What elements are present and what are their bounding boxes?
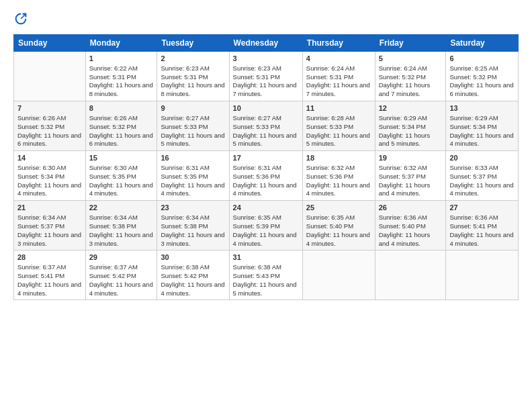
cell-info: Sunrise: 6:31 AMSunset: 5:35 PMDaylight:… [161,164,224,197]
weekday-header-friday: Friday [375,35,446,52]
day-number: 21 [17,203,82,213]
calendar-cell [302,250,375,300]
calendar-cell: 23Sunrise: 6:34 AMSunset: 5:38 PMDayligh… [157,201,229,250]
calendar-cell: 20Sunrise: 6:33 AMSunset: 5:37 PMDayligh… [446,151,519,201]
cell-info: Sunrise: 6:26 AMSunset: 5:32 PMDaylight:… [89,114,153,147]
calendar-cell [14,52,86,101]
calendar-cell: 27Sunrise: 6:36 AMSunset: 5:41 PMDayligh… [446,201,519,250]
weekday-header-thursday: Thursday [302,35,375,52]
calendar-cell: 16Sunrise: 6:31 AMSunset: 5:35 PMDayligh… [157,151,229,201]
page: SundayMondayTuesdayWednesdayThursdayFrid… [0,0,532,411]
day-number: 7 [17,103,82,113]
day-number: 31 [233,253,299,263]
calendar-cell: 15Sunrise: 6:30 AMSunset: 5:35 PMDayligh… [85,151,157,201]
cell-info: Sunrise: 6:36 AMSunset: 5:40 PMDaylight:… [379,214,431,246]
calendar-cell: 30Sunrise: 6:38 AMSunset: 5:42 PMDayligh… [157,250,229,300]
cell-info: Sunrise: 6:26 AMSunset: 5:32 PMDaylight:… [17,114,81,147]
cell-info: Sunrise: 6:34 AMSunset: 5:38 PMDaylight:… [89,214,153,246]
week-row-3: 14Sunrise: 6:30 AMSunset: 5:34 PMDayligh… [14,151,519,201]
cell-info: Sunrise: 6:35 AMSunset: 5:40 PMDaylight:… [306,214,370,246]
calendar-cell: 31Sunrise: 6:38 AMSunset: 5:43 PMDayligh… [229,250,302,300]
week-row-2: 7Sunrise: 6:26 AMSunset: 5:32 PMDaylight… [14,101,519,151]
day-number: 13 [449,103,515,113]
calendar-cell: 28Sunrise: 6:37 AMSunset: 5:41 PMDayligh… [14,250,86,300]
week-row-4: 21Sunrise: 6:34 AMSunset: 5:37 PMDayligh… [14,201,519,250]
day-number: 24 [233,203,299,213]
calendar-cell: 24Sunrise: 6:35 AMSunset: 5:39 PMDayligh… [229,201,302,250]
calendar-cell: 29Sunrise: 6:37 AMSunset: 5:42 PMDayligh… [85,250,157,300]
cell-info: Sunrise: 6:29 AMSunset: 5:34 PMDaylight:… [379,114,431,147]
calendar-cell: 13Sunrise: 6:29 AMSunset: 5:34 PMDayligh… [446,101,519,151]
day-number: 12 [379,103,443,113]
cell-info: Sunrise: 6:30 AMSunset: 5:34 PMDaylight:… [17,164,81,197]
cell-info: Sunrise: 6:24 AMSunset: 5:32 PMDaylight:… [379,64,431,97]
calendar-cell: 5Sunrise: 6:24 AMSunset: 5:32 PMDaylight… [375,52,446,101]
logo [13,12,27,28]
cell-info: Sunrise: 6:34 AMSunset: 5:38 PMDaylight:… [161,214,224,246]
cell-info: Sunrise: 6:32 AMSunset: 5:36 PMDaylight:… [306,164,370,197]
weekday-header-wednesday: Wednesday [229,35,302,52]
cell-info: Sunrise: 6:38 AMSunset: 5:43 PMDaylight:… [233,263,297,296]
calendar-cell: 25Sunrise: 6:35 AMSunset: 5:40 PMDayligh… [302,201,375,250]
cell-info: Sunrise: 6:25 AMSunset: 5:32 PMDaylight:… [449,64,513,97]
cell-info: Sunrise: 6:36 AMSunset: 5:41 PMDaylight:… [449,214,513,246]
cell-info: Sunrise: 6:34 AMSunset: 5:37 PMDaylight:… [17,214,81,246]
logo-icon [15,13,27,25]
calendar-cell: 2Sunrise: 6:23 AMSunset: 5:31 PMDaylight… [157,52,229,101]
weekday-header-monday: Monday [85,35,157,52]
weekday-header-tuesday: Tuesday [157,35,229,52]
header [13,12,519,28]
day-number: 5 [379,54,443,64]
day-number: 16 [161,153,225,163]
day-number: 26 [379,203,443,213]
day-number: 20 [449,153,515,163]
cell-info: Sunrise: 6:33 AMSunset: 5:37 PMDaylight:… [449,164,513,197]
day-number: 19 [379,153,443,163]
calendar-cell: 4Sunrise: 6:24 AMSunset: 5:31 PMDaylight… [302,52,375,101]
calendar-cell: 17Sunrise: 6:31 AMSunset: 5:36 PMDayligh… [229,151,302,201]
calendar-cell: 21Sunrise: 6:34 AMSunset: 5:37 PMDayligh… [14,201,86,250]
cell-info: Sunrise: 6:22 AMSunset: 5:31 PMDaylight:… [89,64,153,97]
day-number: 22 [89,203,154,213]
day-number: 30 [161,253,225,263]
calendar-cell: 8Sunrise: 6:26 AMSunset: 5:32 PMDaylight… [85,101,157,151]
weekday-header-row: SundayMondayTuesdayWednesdayThursdayFrid… [14,35,519,52]
cell-info: Sunrise: 6:24 AMSunset: 5:31 PMDaylight:… [306,64,370,97]
calendar-cell: 1Sunrise: 6:22 AMSunset: 5:31 PMDaylight… [85,52,157,101]
cell-info: Sunrise: 6:31 AMSunset: 5:36 PMDaylight:… [233,164,297,197]
day-number: 10 [233,103,299,113]
day-number: 1 [89,54,154,64]
week-row-5: 28Sunrise: 6:37 AMSunset: 5:41 PMDayligh… [14,250,519,300]
day-number: 4 [306,54,371,64]
calendar-cell: 10Sunrise: 6:27 AMSunset: 5:33 PMDayligh… [229,101,302,151]
calendar-cell: 18Sunrise: 6:32 AMSunset: 5:36 PMDayligh… [302,151,375,201]
cell-info: Sunrise: 6:32 AMSunset: 5:37 PMDaylight:… [379,164,431,197]
calendar-cell [375,250,446,300]
day-number: 17 [233,153,299,163]
calendar-cell: 12Sunrise: 6:29 AMSunset: 5:34 PMDayligh… [375,101,446,151]
day-number: 18 [306,153,371,163]
week-row-1: 1Sunrise: 6:22 AMSunset: 5:31 PMDaylight… [14,52,519,101]
day-number: 25 [306,203,371,213]
calendar-cell: 14Sunrise: 6:30 AMSunset: 5:34 PMDayligh… [14,151,86,201]
cell-info: Sunrise: 6:38 AMSunset: 5:42 PMDaylight:… [161,263,224,296]
day-number: 6 [449,54,515,64]
day-number: 14 [17,153,82,163]
cell-info: Sunrise: 6:30 AMSunset: 5:35 PMDaylight:… [89,164,153,197]
cell-info: Sunrise: 6:28 AMSunset: 5:33 PMDaylight:… [306,114,370,147]
calendar-cell: 6Sunrise: 6:25 AMSunset: 5:32 PMDaylight… [446,52,519,101]
calendar-cell: 9Sunrise: 6:27 AMSunset: 5:33 PMDaylight… [157,101,229,151]
calendar-cell: 7Sunrise: 6:26 AMSunset: 5:32 PMDaylight… [14,101,86,151]
weekday-header-sunday: Sunday [14,35,86,52]
day-number: 27 [449,203,515,213]
cell-info: Sunrise: 6:37 AMSunset: 5:42 PMDaylight:… [89,263,153,296]
calendar-cell: 22Sunrise: 6:34 AMSunset: 5:38 PMDayligh… [85,201,157,250]
day-number: 9 [161,103,225,113]
calendar-cell [446,250,519,300]
day-number: 8 [89,103,154,113]
calendar-table: SundayMondayTuesdayWednesdayThursdayFrid… [13,34,519,300]
day-number: 28 [17,253,82,263]
cell-info: Sunrise: 6:27 AMSunset: 5:33 PMDaylight:… [161,114,224,147]
day-number: 23 [161,203,225,213]
weekday-header-saturday: Saturday [446,35,519,52]
